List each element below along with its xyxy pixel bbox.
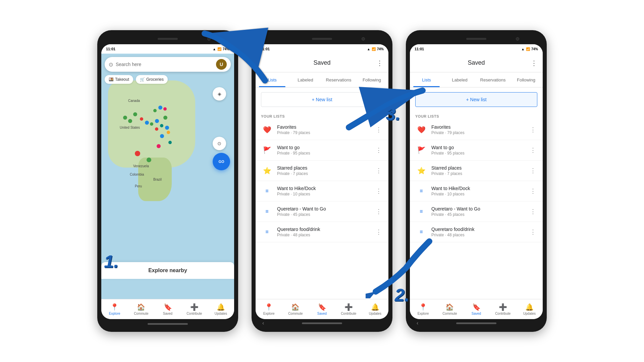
qfood-more-2[interactable]: ⋮ xyxy=(374,227,383,237)
nav-explore-2[interactable]: 📍 Explore xyxy=(256,303,282,315)
commute-icon-2: 🏠 xyxy=(291,303,300,311)
pin-15 xyxy=(158,106,162,110)
nav-updates-2[interactable]: 🔔 Updates xyxy=(362,303,388,315)
qfood-more-3[interactable]: ⋮ xyxy=(529,227,537,237)
phone-3-frame: 11:01 ▲ 📶 74% Saved ⋮ Lists Labeled xyxy=(406,30,547,332)
nav-commute-3[interactable]: 🏠 Commute xyxy=(436,303,463,315)
wantgo-more-3[interactable]: ⋮ xyxy=(529,145,537,155)
tab-reservations-2[interactable]: Reservations xyxy=(322,72,355,87)
qfood-icon-2: ≡ xyxy=(261,226,273,238)
explore-icon-2: 📍 xyxy=(265,303,273,311)
location-btn[interactable]: ⊙ xyxy=(213,137,226,150)
spacer-3: ‹ xyxy=(534,320,536,326)
list-item-queretaro-food-2[interactable]: ≡ Queretaro food/drink Private · 48 plac… xyxy=(256,222,388,242)
nav-commute-2[interactable]: 🏠 Commute xyxy=(282,303,309,315)
hike-icon-3: ≡ xyxy=(415,185,427,197)
starred-more-2[interactable]: ⋮ xyxy=(374,166,383,176)
nav-updates-3[interactable]: 🔔 Updates xyxy=(516,303,543,315)
list-item-wantgo-2[interactable]: 🚩 Want to go Private · 95 places ⋮ xyxy=(256,140,388,161)
list-item-wantgo-3[interactable]: 🚩 Want to go Private · 95 places ⋮ xyxy=(410,140,543,161)
starred-more-3[interactable]: ⋮ xyxy=(529,166,537,176)
nav-updates-label-2: Updates xyxy=(369,312,381,315)
go-button[interactable]: GO xyxy=(213,153,230,170)
menu-dots-2[interactable]: ⋮ xyxy=(376,59,383,67)
nav-saved-1[interactable]: 🔖 Saved xyxy=(154,303,181,315)
list-item-starred-2[interactable]: ⭐ Starred places Private · 7 places ⋮ xyxy=(256,161,388,181)
nav-contribute-2[interactable]: ➕ Contribute xyxy=(335,303,362,315)
nav-contribute-3[interactable]: ➕ Contribute xyxy=(490,303,516,315)
nav-explore-3[interactable]: 📍 Explore xyxy=(410,303,436,315)
contribute-icon-3: ➕ xyxy=(499,303,507,311)
wifi-icon-1: 📶 xyxy=(217,47,221,51)
pin-14 xyxy=(153,109,157,112)
map-controls: ◈ ⊙ GO xyxy=(213,87,230,170)
menu-dots-3[interactable]: ⋮ xyxy=(531,59,537,67)
new-list-btn-3[interactable]: + New list xyxy=(415,92,537,107)
wantgo-info-3: Want to go Private · 95 places xyxy=(431,145,529,156)
takeout-icon: 🍱 xyxy=(109,77,114,82)
tab-following-3[interactable]: Following xyxy=(509,72,543,87)
qwantgo-name-2: Queretaro - Want to Go xyxy=(277,206,374,212)
list-item-queretaro-food-3[interactable]: ≡ Queretaro food/drink Private · 48 plac… xyxy=(410,222,543,242)
wantgo-meta-2: Private · 95 places xyxy=(277,151,374,156)
back-btn-3[interactable]: ‹ xyxy=(417,320,418,326)
pin-16 xyxy=(163,107,167,111)
explore-label: Explore nearby xyxy=(148,267,187,274)
qfood-info-3: Queretaro food/drink Private · 48 places xyxy=(431,227,529,237)
favorites-more-2[interactable]: ⋮ xyxy=(374,125,383,135)
phone-1-screen: 11:01 ▲ 📶 74% xyxy=(101,44,234,319)
list-item-hike-2[interactable]: ≡ Want to Hike/Dock Private · 10 places … xyxy=(256,181,388,201)
list-item-queretaro-wantgo-3[interactable]: ≡ Queretaro - Want to Go Private · 45 pl… xyxy=(410,201,543,222)
back-btn-2[interactable]: ‹ xyxy=(262,320,264,326)
nav-updates-1[interactable]: 🔔 Updates xyxy=(208,303,234,315)
favorites-more-3[interactable]: ⋮ xyxy=(529,125,537,135)
hike-more-2[interactable]: ⋮ xyxy=(374,186,383,196)
pin-2 xyxy=(128,119,132,123)
nav-contribute-1[interactable]: ➕ Contribute xyxy=(181,303,208,315)
tab-reservations-3[interactable]: Reservations xyxy=(476,72,509,87)
status-icons-3: ▲ 📶 74% xyxy=(521,47,538,51)
tab-following-2[interactable]: Following xyxy=(355,72,388,87)
list-item-hike-3[interactable]: ≡ Want to Hike/Dock Private · 10 places … xyxy=(410,181,543,201)
nav-updates-label-1: Updates xyxy=(215,312,227,315)
list-item-starred-3[interactable]: ⭐ Starred places Private · 7 places ⋮ xyxy=(410,161,543,181)
tab-labeled-3[interactable]: Labeled xyxy=(443,72,476,87)
hike-more-3[interactable]: ⋮ xyxy=(529,186,537,196)
nav-explore-1[interactable]: 📍 Explore xyxy=(101,303,128,315)
nav-contribute-label-3: Contribute xyxy=(495,312,511,315)
new-list-btn-2[interactable]: + New list xyxy=(261,92,383,107)
list-item-favorites-3[interactable]: ❤️ Favorites Private · 79 places ⋮ xyxy=(410,120,543,140)
list-items-2: ❤️ Favorites Private · 79 places ⋮ 🚩 Wan… xyxy=(256,120,388,299)
battery-3: 74% xyxy=(531,47,538,51)
tab-lists-3[interactable]: Lists xyxy=(410,72,443,87)
signal-icon-3: ▲ xyxy=(521,47,525,51)
nav-commute-1[interactable]: 🏠 Commute xyxy=(128,303,154,315)
phone-3-bottom-bar: ‹ ‹ xyxy=(410,319,543,327)
qfood-name-2: Queretaro food/drink xyxy=(277,227,374,232)
pin-18 xyxy=(147,158,151,162)
nav-saved-3[interactable]: 🔖 Saved xyxy=(463,303,489,315)
qfood-meta-2: Private · 48 places xyxy=(277,233,374,237)
tab-labeled-2[interactable]: Labeled xyxy=(289,72,322,87)
nav-commute-label-1: Commute xyxy=(134,312,148,315)
chip-groceries[interactable]: 🛒 Groceries xyxy=(136,75,168,84)
list-item-favorites-2[interactable]: ❤️ Favorites Private · 79 places ⋮ xyxy=(256,120,388,140)
map-screen: Canada United States Venezuela Colombia … xyxy=(101,54,234,299)
phone-3-speaker xyxy=(466,38,486,40)
starred-icon-3: ⭐ xyxy=(415,165,427,177)
wantgo-more-2[interactable]: ⋮ xyxy=(374,145,383,155)
phone-1-speaker xyxy=(158,38,178,40)
nav-contribute-label-1: Contribute xyxy=(186,312,202,315)
user-avatar[interactable]: U xyxy=(216,59,227,70)
layers-btn[interactable]: ◈ xyxy=(213,87,226,101)
favorites-meta-3: Private · 79 places xyxy=(431,130,529,135)
qwantgo-more-3[interactable]: ⋮ xyxy=(529,206,537,217)
chip-takeout[interactable]: 🍱 Takeout xyxy=(105,75,133,84)
qwantgo-more-2[interactable]: ⋮ xyxy=(374,206,383,217)
nav-saved-2[interactable]: 🔖 Saved xyxy=(309,303,335,315)
starred-icon-2: ⭐ xyxy=(261,165,273,177)
search-bar[interactable]: ⊙ Search here U xyxy=(105,57,231,72)
saved-title-3: Saved xyxy=(468,59,485,66)
list-item-queretaro-wantgo-2[interactable]: ≡ Queretaro - Want to Go Private · 45 pl… xyxy=(256,201,388,222)
tab-lists-2[interactable]: Lists xyxy=(256,72,289,87)
